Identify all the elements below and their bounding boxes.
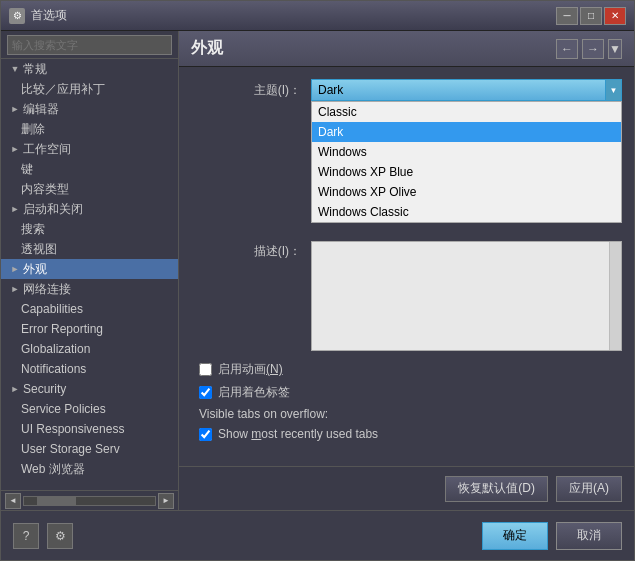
arrow-icon: ►: [9, 203, 21, 215]
theme-option-classic2[interactable]: Windows Classic: [312, 202, 621, 222]
arrow-icon: ►: [9, 143, 21, 155]
sidebar-item-web-browser[interactable]: Web 浏览器: [1, 459, 178, 479]
animation-checkbox[interactable]: [199, 363, 212, 376]
panel-body: 主题(I)： Dark ▼ Classic Dark: [179, 67, 634, 466]
sidebar-item-keys[interactable]: 键: [1, 159, 178, 179]
theme-option-windows[interactable]: Windows: [312, 142, 621, 162]
right-panel: 外观 ← → ▼ 主题(I)： Dark ▼: [179, 31, 634, 510]
maximize-button[interactable]: □: [580, 7, 602, 25]
desc-scrollbar[interactable]: [609, 242, 621, 350]
desc-row: 描述(I)：: [191, 241, 622, 351]
main-window: ⚙ 首选项 ─ □ ✕ ▼ 常规 比较／应用补丁: [0, 0, 635, 561]
theme-selected-value: Dark: [318, 83, 605, 97]
sidebar-item-compare[interactable]: 比较／应用补丁: [1, 79, 178, 99]
theme-dropdown[interactable]: Dark ▼: [311, 79, 622, 101]
sidebar-item-network[interactable]: ► 网络连接: [1, 279, 178, 299]
title-bar: ⚙ 首选项 ─ □ ✕: [1, 1, 634, 31]
help-button[interactable]: ?: [13, 523, 39, 549]
apply-button[interactable]: 应用(A): [556, 476, 622, 502]
nav-forward-button[interactable]: →: [582, 39, 604, 59]
confirm-button[interactable]: 确定: [482, 522, 548, 550]
title-buttons: ─ □ ✕: [556, 7, 626, 25]
sidebar-scrollbar: ◄ ►: [1, 490, 178, 510]
nav-back-button[interactable]: ←: [556, 39, 578, 59]
colortags-checkbox[interactable]: [199, 386, 212, 399]
sidebar-item-appearance[interactable]: ► 外观: [1, 259, 178, 279]
window-title: 首选项: [31, 7, 556, 24]
sidebar-item-general[interactable]: ▼ 常规: [1, 59, 178, 79]
panel-footer: 恢复默认值(D) 应用(A): [179, 466, 634, 510]
desc-box: [311, 241, 622, 351]
desc-content: [311, 241, 622, 351]
panel-title: 外观: [191, 38, 223, 59]
sidebar-item-delete[interactable]: 删除: [1, 119, 178, 139]
arrow-icon: ►: [9, 383, 21, 395]
arrow-icon: ▼: [9, 63, 21, 75]
nav-arrows: ← → ▼: [556, 39, 622, 59]
sidebar-item-search[interactable]: 搜索: [1, 219, 178, 239]
sidebar-item-perspective[interactable]: 透视图: [1, 239, 178, 259]
animation-label: 启用动画(N): [218, 361, 283, 378]
scroll-track: [23, 496, 156, 506]
sidebar-item-security[interactable]: ► Security: [1, 379, 178, 399]
theme-dropdown-list[interactable]: Classic Dark Windows Windows XP Blue: [311, 101, 622, 223]
sidebar-item-notifications[interactable]: Notifications: [1, 359, 178, 379]
settings-button[interactable]: ⚙: [47, 523, 73, 549]
scroll-thumb: [37, 497, 76, 505]
sidebar: ▼ 常规 比较／应用补丁 ► 编辑器 删除 ► 工作空间 键: [1, 31, 179, 510]
show-recent-checkbox[interactable]: [199, 428, 212, 441]
sidebar-item-error-reporting[interactable]: Error Reporting: [1, 319, 178, 339]
visible-tabs-label: Visible tabs on overflow:: [191, 407, 622, 421]
close-button[interactable]: ✕: [604, 7, 626, 25]
search-input[interactable]: [7, 35, 172, 55]
nav-dropdown-button[interactable]: ▼: [608, 39, 622, 59]
window-icon: ⚙: [9, 8, 25, 24]
sidebar-item-startup[interactable]: ► 启动和关闭: [1, 199, 178, 219]
scroll-left-btn[interactable]: ◄: [5, 493, 21, 509]
colortags-label: 启用着色标签: [218, 384, 290, 401]
panel-header: 外观 ← → ▼: [179, 31, 634, 67]
sidebar-item-capabilities[interactable]: Capabilities: [1, 299, 178, 319]
footer-right-buttons: 确定 取消: [482, 522, 622, 550]
arrow-icon: ►: [9, 103, 21, 115]
theme-option-xpblue[interactable]: Windows XP Blue: [312, 162, 621, 182]
footer-left-buttons: ? ⚙: [13, 523, 73, 549]
dropdown-arrow-icon: ▼: [605, 80, 621, 100]
show-recent-label: Show most recently used tabs: [218, 427, 378, 441]
theme-label: 主题(I)：: [191, 82, 311, 99]
sidebar-item-content-types[interactable]: 内容类型: [1, 179, 178, 199]
tree-container[interactable]: ▼ 常规 比较／应用补丁 ► 编辑器 删除 ► 工作空间 键: [1, 59, 178, 490]
sidebar-item-globalization[interactable]: Globalization: [1, 339, 178, 359]
sidebar-item-ui-responsiveness[interactable]: UI Responsiveness: [1, 419, 178, 439]
search-bar: [1, 31, 178, 59]
cancel-button[interactable]: 取消: [556, 522, 622, 550]
theme-row: 主题(I)： Dark ▼ Classic Dark: [191, 79, 622, 101]
theme-dropdown-wrapper: Dark ▼ Classic Dark Wind: [311, 79, 622, 101]
arrow-icon: ►: [9, 283, 21, 295]
main-content: ▼ 常规 比较／应用补丁 ► 编辑器 删除 ► 工作空间 键: [1, 31, 634, 510]
theme-option-classic[interactable]: Classic: [312, 102, 621, 122]
sidebar-item-service-policies[interactable]: Service Policies: [1, 399, 178, 419]
theme-option-dark[interactable]: Dark: [312, 122, 621, 142]
scroll-right-btn[interactable]: ►: [158, 493, 174, 509]
window-footer: ? ⚙ 确定 取消: [1, 510, 634, 560]
show-recent-row: Show most recently used tabs: [191, 427, 622, 441]
sidebar-item-editor[interactable]: ► 编辑器: [1, 99, 178, 119]
desc-label: 描述(I)：: [191, 241, 311, 260]
arrow-icon: ►: [9, 263, 21, 275]
minimize-button[interactable]: ─: [556, 7, 578, 25]
colortags-row: 启用着色标签: [191, 384, 622, 401]
theme-option-xpolive[interactable]: Windows XP Olive: [312, 182, 621, 202]
sidebar-item-workspace[interactable]: ► 工作空间: [1, 139, 178, 159]
sidebar-item-user-storage[interactable]: User Storage Serv: [1, 439, 178, 459]
animation-row: 启用动画(N): [191, 361, 622, 378]
restore-defaults-button[interactable]: 恢复默认值(D): [445, 476, 548, 502]
